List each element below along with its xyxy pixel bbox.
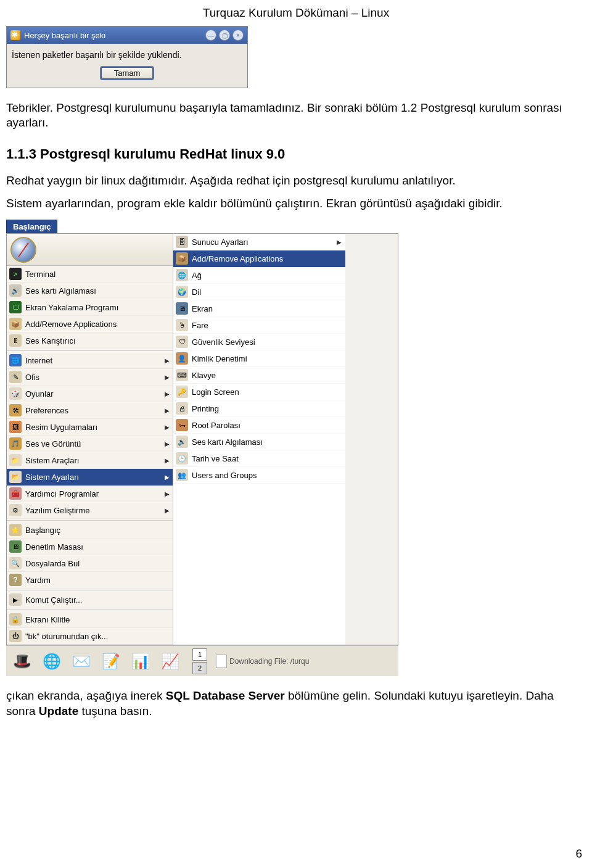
submenu-arrow-icon: ▶	[165, 407, 170, 414]
mail-icon[interactable]: ✉️	[68, 648, 95, 675]
submenu-item[interactable]: Ağ	[173, 267, 345, 284]
impress-icon[interactable]: 📊	[127, 648, 154, 675]
menu-item[interactable]: Resim Uygulamaları▶	[7, 419, 173, 436]
menu-item[interactable]: Sistem Ayarları▶	[7, 469, 173, 486]
lower-bold2: Update	[39, 705, 78, 717]
submenu-item-label: Users and Groups	[192, 471, 257, 480]
compass-icon	[10, 237, 36, 263]
dialog-message: İstenen paketler başarılı bir şekilde yü…	[12, 50, 242, 60]
submenu-arrow-icon: ▶	[337, 239, 342, 246]
menu-divider	[7, 520, 173, 521]
menu-item[interactable]: Yardım	[7, 572, 173, 589]
submenu-item[interactable]: Güvenlik Seviyesi	[173, 334, 345, 350]
i-kb-icon	[176, 369, 188, 381]
menu-item[interactable]: Başlangıç	[7, 522, 173, 539]
i-help-icon	[9, 574, 22, 586]
menu-item[interactable]: Ofis▶	[7, 369, 173, 386]
workspace-1[interactable]: 1	[192, 648, 207, 661]
submenu-item-label: Sunucu Ayarları	[192, 238, 249, 247]
menu-item[interactable]: Ses ve Görüntü▶	[7, 436, 173, 452]
start-button[interactable]: Başlangıç	[6, 220, 57, 233]
submenu-item[interactable]: Add/Remove Applications	[173, 250, 345, 267]
menu-item[interactable]: Denetim Masası	[7, 539, 173, 555]
submenu-item[interactable]: Ekran	[173, 300, 345, 317]
i-ekran-icon	[176, 302, 188, 315]
menu-item-label: Add/Remove Applications	[25, 320, 117, 329]
menu-item-label: Ses ve Görüntü	[25, 439, 81, 448]
lower-bold1: SQL Database Server	[166, 689, 285, 702]
menu-item[interactable]: "bk" oturumundan çık...	[7, 628, 173, 645]
menu-item-label: Resim Uygulamaları	[25, 423, 97, 432]
submenu-arrow-icon: ▶	[165, 391, 170, 397]
menu-item[interactable]: Oyunlar▶	[7, 386, 173, 402]
menu-item[interactable]: Ses kartı Algılaması	[7, 283, 173, 299]
i-sound-icon	[9, 284, 22, 297]
writer-icon[interactable]: 📝	[97, 648, 125, 675]
redhat-icon[interactable]: 🎩	[9, 648, 36, 675]
submenu-item[interactable]: Dil	[173, 284, 345, 300]
submenu-item[interactable]: Printing	[173, 400, 345, 417]
workspace-pager[interactable]: 1 2	[192, 648, 207, 674]
menu-item-label: Ses kartı Algılaması	[25, 286, 96, 296]
menu-item[interactable]: Komut Çalıştır...	[7, 592, 173, 608]
menu-divider	[7, 590, 173, 590]
workspace-2[interactable]: 2	[192, 662, 207, 674]
calc-icon[interactable]: 📈	[157, 648, 184, 675]
menu-item[interactable]: Preferences▶	[7, 402, 173, 419]
i-print-icon	[176, 402, 188, 415]
dialog-body: İstenen paketler başarılı bir şekilde yü…	[7, 44, 247, 88]
submenu-item-label: Ağ	[192, 271, 202, 280]
submenu-item[interactable]: Ses kartı Algılaması	[173, 434, 345, 450]
close-icon[interactable]: ×	[232, 30, 244, 41]
submenu-item[interactable]: Login Screen	[173, 384, 345, 400]
submenu-item-label: Tarih ve Saat	[192, 454, 239, 463]
menu-item[interactable]: Yazılım Geliştirme▶	[7, 502, 173, 519]
menu-item-label: Denetim Masası	[25, 542, 83, 552]
submenu-item[interactable]: Users and Groups	[173, 467, 345, 484]
menu-item[interactable]: Ekranı Kilitle	[7, 611, 173, 628]
i-term-icon	[9, 268, 22, 280]
i-pref-icon	[9, 404, 22, 416]
submenu-arrow-icon: ▶	[165, 474, 170, 481]
minimize-icon[interactable]: —	[205, 30, 216, 41]
submenu-item[interactable]: Klavye	[173, 367, 345, 384]
submenu-item[interactable]: Fare	[173, 317, 345, 334]
menu-item[interactable]: Terminal	[7, 266, 173, 283]
submenu-item[interactable]: Tarih ve Saat	[173, 450, 345, 467]
paragraph-3: Sistem ayarlarından, program ekle kaldır…	[6, 196, 586, 211]
i-login-icon	[176, 386, 188, 398]
right-submenu-panel: Sunucu Ayarları▶Add/Remove ApplicationsA…	[173, 234, 345, 645]
taskbar-task[interactable]: Downloading File: /turqu	[216, 655, 309, 668]
submenu-item-label: Ekran	[192, 304, 213, 313]
menu-item[interactable]: Ekran Yakalama Programı	[7, 299, 173, 316]
menu-item[interactable]: Ses Karıştırıcı	[7, 333, 173, 349]
menu-item[interactable]: Yardımcı Programlar▶	[7, 486, 173, 502]
i-logout-icon	[9, 630, 22, 642]
i-start-icon	[9, 524, 22, 536]
menu-item-label: Internet	[25, 356, 52, 365]
paragraph-1: Tebrikler. Postgresql kurulumunu başarıy…	[6, 101, 586, 130]
menu-item[interactable]: Add/Remove Applications	[7, 316, 173, 333]
nav-compass-row	[7, 234, 173, 266]
i-img-icon	[9, 421, 22, 433]
i-date-icon	[176, 452, 188, 465]
submenu-item[interactable]: Root Parolası	[173, 417, 345, 434]
menu-item[interactable]: Sistem Araçları▶	[7, 452, 173, 469]
menu-item[interactable]: Dosyalarda Bul	[7, 555, 173, 572]
i-users-icon	[176, 469, 188, 481]
dialog-title-icon	[10, 30, 20, 40]
browser-icon[interactable]: 🌐	[38, 648, 65, 675]
submenu-item[interactable]: Sunucu Ayarları▶	[173, 234, 345, 250]
menu-item-label: Oyunlar	[25, 389, 54, 399]
maximize-icon[interactable]: ▢	[219, 30, 230, 41]
menu-item-label: Yardım	[25, 576, 51, 585]
submenu-arrow-icon: ▶	[165, 490, 170, 497]
ok-button[interactable]: Tamam	[100, 66, 155, 80]
download-task-icon	[216, 655, 227, 668]
submenu-item-label: Add/Remove Applications	[192, 254, 283, 263]
menu-item[interactable]: Internet▶	[7, 352, 173, 369]
i-settings-icon	[9, 471, 22, 483]
menu-item-label: Ofis	[25, 373, 39, 382]
submenu-item[interactable]: Kimlik Denetimi	[173, 350, 345, 367]
submenu-item-label: Dil	[192, 287, 201, 297]
